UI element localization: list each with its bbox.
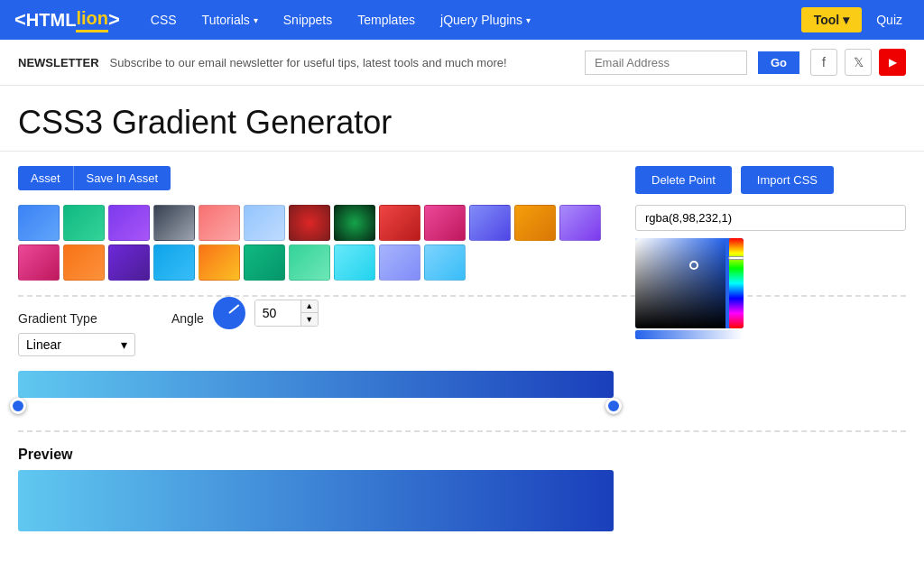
divider-2 [18,430,906,432]
gradient-type-label: Gradient Type [18,311,135,326]
spin-down[interactable]: ▼ [301,313,318,326]
main-content: Asset Save In Asset Gradient Type Linear… [0,152,924,546]
swatch-s12[interactable] [514,205,556,241]
brand-logo[interactable]: < HTML lion > [14,8,120,32]
newsletter-label: NEWSLETTER [18,56,99,69]
swatch-s15[interactable] [63,244,105,281]
facebook-icon[interactable]: f [810,49,837,76]
gradient-slider-container [18,371,614,416]
email-input[interactable] [585,51,747,75]
social-icons: f 𝕏 ▶ [810,49,906,76]
spin-up[interactable]: ▲ [301,300,318,313]
slider-handle-left[interactable] [10,398,26,414]
navbar: < HTML lion > CSS Tutorials ▾ Snippets T… [0,0,924,40]
tutorials-arrow: ▾ [254,15,258,25]
newsletter-desc: Subscribe to our email newsletter for us… [110,56,574,69]
nav-jquery[interactable]: jQuery Plugins ▾ [431,9,540,31]
swatch-s4[interactable] [153,205,195,241]
swatch-s8[interactable] [334,205,375,241]
angle-input-wrap: ▲ ▼ [254,300,319,327]
nav-tutorials[interactable]: Tutorials ▾ [193,9,267,31]
gradient-type-select[interactable]: Linear ▾ [18,333,135,356]
swatch-s10[interactable] [424,205,466,241]
import-css-button[interactable]: Import CSS [741,166,834,194]
swatch-s7[interactable] [289,205,330,241]
alpha-bar[interactable] [635,330,744,339]
nav-templates[interactable]: Templates [348,9,424,31]
tool-label: Tool [814,13,840,27]
color-value-input[interactable] [635,205,906,231]
nav-quiz[interactable]: Quiz [869,9,910,31]
twitter-icon[interactable]: 𝕏 [845,49,872,76]
swatch-s9[interactable] [379,205,420,241]
brand-html: HTML [26,10,77,31]
right-panel: Delete Point Import CSS [635,166,906,339]
swatch-s21[interactable] [334,244,375,281]
slider-track [18,398,614,416]
angle-group: Angle ▲ ▼ [171,311,319,333]
color-picker-value-layer [635,238,725,328]
gradient-bar[interactable] [18,371,614,398]
swatch-s16[interactable] [108,244,150,281]
brand-lt: < [14,8,26,32]
swatch-s11[interactable] [469,205,511,241]
save-in-asset-button[interactable]: Save In Asset [74,166,171,190]
swatch-s19[interactable] [244,244,285,281]
right-panel-buttons: Delete Point Import CSS [635,166,906,194]
color-picker-cursor [689,261,698,270]
jquery-arrow: ▾ [526,15,531,25]
brand-gt: > [108,8,120,32]
angle-dial-line [228,304,239,314]
swatch-s18[interactable] [199,244,240,281]
asset-button[interactable]: Asset [18,166,74,190]
hue-bar[interactable] [729,238,744,328]
swatch-s2[interactable] [63,205,105,241]
page-title: CSS3 Gradient Generator [0,86,924,152]
gradient-type-value: Linear [26,337,61,352]
brand-lion: lion [76,8,108,32]
angle-dial[interactable] [213,297,245,329]
delete-point-button[interactable]: Delete Point [635,166,732,194]
swatch-s1[interactable] [18,205,60,241]
swatch-s14[interactable] [18,244,60,281]
swatch-s22[interactable] [379,244,420,281]
preview-label: Preview [18,447,906,463]
angle-label: Angle [171,311,204,326]
angle-input[interactable] [255,300,300,326]
tool-arrow: ▾ [843,13,849,27]
go-button[interactable]: Go [758,51,799,74]
swatch-s23[interactable] [424,244,466,281]
swatch-s17[interactable] [153,244,195,281]
angle-spinners: ▲ ▼ [300,300,318,326]
swatch-s3[interactable] [108,205,150,241]
newsletter-bar: NEWSLETTER Subscribe to our email newsle… [0,40,924,86]
preview-box [18,470,614,531]
youtube-icon[interactable]: ▶ [879,49,906,76]
swatch-s6[interactable] [244,205,285,241]
swatch-s5[interactable] [199,205,240,241]
nav-snippets[interactable]: Snippets [274,9,341,31]
hue-cursor [728,256,744,260]
tool-button[interactable]: Tool ▾ [801,7,863,32]
content-wrapper: Asset Save In Asset Gradient Type Linear… [18,166,906,531]
hue-bar-wrap [729,238,744,328]
color-picker[interactable] [635,238,744,328]
gradient-type-group: Gradient Type Linear ▾ [18,311,135,356]
nav-css[interactable]: CSS [142,9,186,31]
slider-handle-right[interactable] [605,398,622,414]
gradient-type-arrow: ▾ [121,337,127,352]
swatch-s13[interactable] [559,205,601,241]
swatch-s20[interactable] [289,244,330,281]
